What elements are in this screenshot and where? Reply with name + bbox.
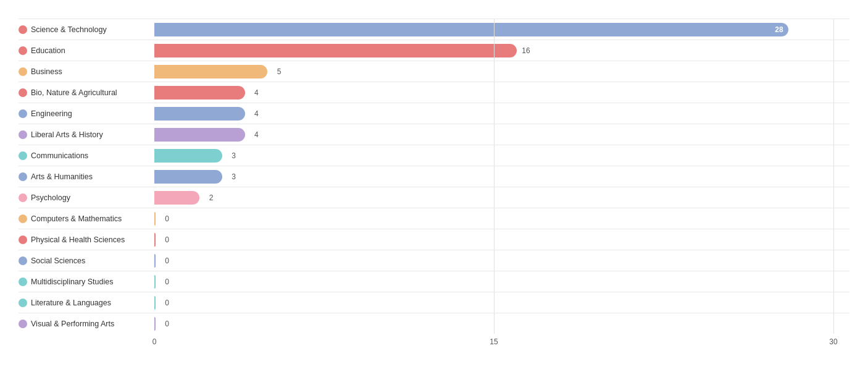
bar-label: Computers & Mathematics (19, 214, 154, 223)
bar: 3 (154, 170, 222, 184)
bar-label: Bio, Nature & Agricultural (19, 88, 154, 97)
bar: 0 (154, 317, 156, 331)
bar-label: Education (19, 46, 154, 55)
bar-value: 3 (232, 151, 236, 160)
bar: 28 (154, 23, 788, 36)
bar-label-text: Multidisciplinary Studies (31, 278, 113, 286)
bar-row: Education16 (19, 40, 849, 61)
bar-row: Bio, Nature & Agricultural4 (19, 82, 849, 103)
bar-value: 4 (254, 88, 259, 97)
bar-value: 3 (232, 172, 236, 181)
label-dot (19, 172, 27, 181)
bar-value: 0 (165, 256, 169, 265)
bar-row: Physical & Health Sciences0 (19, 229, 849, 250)
bar-container: 16 (154, 44, 849, 57)
bar-row: Multidisciplinary Studies0 (19, 271, 849, 292)
bar-container: 4 (154, 107, 849, 121)
label-dot (19, 151, 27, 160)
bar-row: Engineering4 (19, 103, 849, 124)
label-dot (19, 109, 27, 118)
bar-container: 4 (154, 86, 849, 100)
bar-row: Visual & Performing Arts0 (19, 313, 849, 334)
bar-container: 2 (154, 191, 849, 205)
bar-value: 5 (277, 67, 282, 76)
bar: 0 (154, 233, 156, 247)
bar-label-text: Computers & Mathematics (31, 214, 122, 223)
bar: 2 (154, 191, 199, 205)
bar-value: 0 (165, 320, 169, 328)
label-dot (19, 299, 27, 307)
x-axis: 01530 (154, 337, 849, 350)
bar-label: Social Sciences (19, 256, 154, 265)
bar-label: Communications (19, 151, 154, 160)
bar-row: Psychology2 (19, 187, 849, 208)
label-dot (19, 88, 27, 97)
bar-label: Psychology (19, 193, 154, 202)
bar-container: 0 (154, 275, 849, 289)
bar-container: 0 (154, 296, 849, 310)
bar-label-text: Communications (31, 151, 88, 160)
bar-container: 0 (154, 254, 849, 268)
label-dot (19, 320, 27, 328)
label-dot (19, 25, 27, 34)
bar-label: Engineering (19, 109, 154, 118)
bar-value: 4 (254, 130, 259, 139)
bar-label: Multidisciplinary Studies (19, 278, 154, 286)
bar-label: Arts & Humanities (19, 172, 154, 181)
bar: 4 (154, 86, 245, 100)
label-dot (19, 278, 27, 286)
bar-label-text: Physical & Health Sciences (31, 235, 125, 244)
bar-row: Business5 (19, 61, 849, 82)
bar-label: Physical & Health Sciences (19, 235, 154, 244)
label-dot (19, 214, 27, 223)
bar-label-text: Education (31, 46, 65, 55)
bar-container: 4 (154, 128, 849, 142)
bar: 16 (154, 44, 517, 57)
bar: 0 (154, 212, 156, 226)
label-dot (19, 46, 27, 55)
bar-value: 4 (254, 109, 259, 118)
bar-value: 0 (165, 299, 169, 307)
bar: 0 (154, 296, 156, 310)
bar-row: Literature & Languages0 (19, 292, 849, 313)
bar-label-text: Science & Technology (31, 25, 107, 34)
bar-row: Arts & Humanities3 (19, 166, 849, 187)
bar-label-text: Literature & Languages (31, 299, 111, 307)
label-dot (19, 256, 27, 265)
bar: 4 (154, 107, 245, 121)
bar-value: 0 (165, 235, 169, 244)
bar-container: 28 (154, 23, 849, 36)
bar: 4 (154, 128, 245, 142)
bar-value: 28 (775, 25, 783, 34)
bar-label-text: Business (31, 67, 62, 76)
chart-area: Science & Technology28Education16Busines… (19, 19, 849, 334)
bar-label-text: Liberal Arts & History (31, 130, 103, 139)
bar-label: Science & Technology (19, 25, 154, 34)
bar: 0 (154, 254, 156, 268)
bar-label: Literature & Languages (19, 299, 154, 307)
bar-label-text: Psychology (31, 193, 70, 202)
bar-row: Computers & Mathematics0 (19, 208, 849, 229)
x-tick: 30 (829, 337, 837, 346)
bar-row: Communications3 (19, 145, 849, 166)
x-tick: 0 (152, 337, 157, 346)
bar-row: Liberal Arts & History4 (19, 124, 849, 145)
bar-label-text: Social Sciences (31, 256, 85, 265)
bar: 5 (154, 65, 267, 78)
bar-container: 3 (154, 170, 849, 184)
bar-label-text: Arts & Humanities (31, 172, 93, 181)
bar-container: 0 (154, 317, 849, 331)
bar: 3 (154, 149, 222, 163)
x-tick: 15 (490, 337, 498, 346)
bar-container: 3 (154, 149, 849, 163)
bar-label: Business (19, 67, 154, 76)
bar-container: 0 (154, 233, 849, 247)
bar-label-text: Engineering (31, 109, 72, 118)
bar-value: 16 (522, 46, 530, 55)
label-dot (19, 193, 27, 202)
label-dot (19, 130, 27, 139)
label-dot (19, 67, 27, 76)
bar-label-text: Bio, Nature & Agricultural (31, 88, 117, 97)
bar-value: 0 (165, 214, 169, 223)
bar: 0 (154, 275, 156, 289)
